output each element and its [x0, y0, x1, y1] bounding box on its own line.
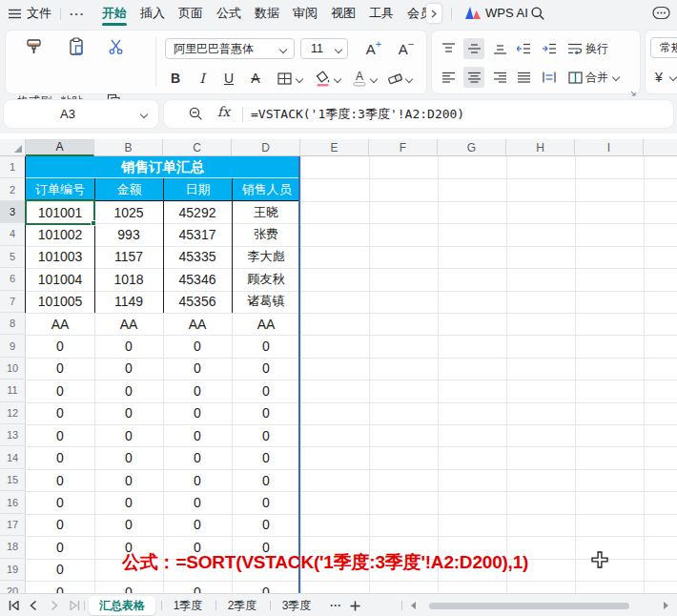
scroll-left-icon[interactable] [411, 602, 416, 609]
cell[interactable]: 0 [163, 491, 232, 513]
column-header-partial[interactable] [644, 139, 677, 156]
cell[interactable]: 0 [163, 469, 232, 491]
row-header-19[interactable]: 19 [0, 559, 26, 581]
row-header-1[interactable]: 1 [0, 156, 26, 178]
cell[interactable]: 0 [26, 424, 94, 446]
cell[interactable]: 0 [26, 402, 94, 424]
row-header-7[interactable]: 7 [0, 291, 26, 313]
cell[interactable]: 101002 [26, 223, 94, 245]
cell[interactable]: 张费 [232, 223, 300, 245]
fill-handle[interactable] [91, 220, 96, 226]
cell[interactable]: 45346 [163, 268, 232, 290]
next-sheet-button[interactable] [48, 599, 61, 612]
cell[interactable]: 0 [26, 335, 94, 357]
table-header-cell[interactable]: 日期 [163, 178, 232, 200]
cell[interactable]: 0 [232, 469, 300, 491]
previous-sheet-button[interactable] [27, 599, 40, 612]
cell[interactable]: 0 [26, 491, 94, 513]
column-header-B[interactable]: B [94, 139, 163, 156]
sheet-tab-q3[interactable]: 3季度 [273, 594, 320, 616]
select-all-button[interactable] [0, 139, 26, 156]
cell[interactable]: AA [94, 313, 163, 335]
cell[interactable]: 0 [232, 380, 300, 401]
column-header-A[interactable]: A [26, 139, 94, 156]
cell[interactable]: 0 [94, 446, 163, 468]
cell[interactable]: 101003 [26, 246, 94, 268]
cell[interactable]: 45335 [163, 246, 232, 268]
sheet-tab-q1[interactable]: 1季度 [164, 594, 212, 616]
table-header-cell[interactable]: 销售人员 [232, 178, 300, 200]
cell[interactable]: 顾友秋 [232, 268, 300, 290]
row-header-13[interactable]: 13 [0, 424, 26, 446]
cell[interactable]: 0 [26, 536, 94, 558]
row-header-15[interactable]: 15 [0, 469, 26, 491]
cell[interactable]: 0 [232, 402, 300, 424]
cell[interactable]: 0 [26, 358, 94, 380]
cell[interactable]: 0 [26, 559, 94, 581]
cell[interactable]: 0 [94, 402, 163, 424]
sheet-tab-q2[interactable]: 2季度 [218, 594, 266, 616]
row-header-18[interactable]: 18 [0, 536, 26, 558]
row-header-11[interactable]: 11 [0, 380, 26, 401]
cell[interactable]: 0 [26, 514, 94, 536]
cell[interactable]: 45317 [163, 223, 232, 245]
cell[interactable]: 101005 [26, 291, 94, 313]
cell[interactable]: 0 [94, 424, 163, 446]
horizontal-scrollbar-thumb[interactable] [429, 603, 629, 609]
cell[interactable]: 0 [163, 446, 232, 468]
cell[interactable]: 45292 [163, 201, 232, 223]
column-header-E[interactable]: E [300, 139, 369, 156]
scroll-right-icon[interactable] [664, 602, 668, 609]
cell[interactable]: 王晓 [232, 201, 300, 223]
row-header-14[interactable]: 14 [0, 446, 26, 468]
cell[interactable]: 1157 [94, 246, 163, 268]
more-sheets-button[interactable]: ··· [324, 594, 347, 616]
column-header-D[interactable]: D [232, 139, 300, 156]
cell[interactable]: 0 [94, 335, 163, 357]
cell[interactable]: 0 [94, 469, 163, 491]
cell[interactable]: 0 [232, 491, 300, 513]
cell[interactable]: 0 [163, 402, 232, 424]
cell[interactable]: 0 [232, 424, 300, 446]
cell[interactable]: 0 [94, 514, 163, 536]
add-sheet-button[interactable] [347, 599, 362, 612]
cell[interactable]: 0 [163, 335, 232, 357]
cell[interactable]: 0 [163, 380, 232, 401]
row-header-4[interactable]: 4 [0, 223, 26, 245]
table-header-cell[interactable]: 金额 [94, 178, 163, 200]
cell[interactable]: 0 [163, 358, 232, 380]
row-header-9[interactable]: 9 [0, 335, 26, 357]
sheet-tab-summary[interactable]: 汇总表格 [89, 596, 155, 615]
cell[interactable]: 0 [232, 446, 300, 468]
cell[interactable]: 0 [232, 358, 300, 380]
table-title-cell[interactable]: 销售订单汇总 [26, 156, 299, 178]
cell[interactable]: 0 [26, 446, 94, 468]
cell[interactable]: AA [26, 313, 94, 335]
row-header-8[interactable]: 8 [0, 313, 26, 335]
row-header-5[interactable]: 5 [0, 246, 26, 268]
cell[interactable]: 0 [94, 491, 163, 513]
row-header-6[interactable]: 6 [0, 268, 26, 290]
cell[interactable]: 101004 [26, 268, 94, 290]
cell[interactable]: 1149 [94, 291, 163, 313]
cell[interactable]: AA [232, 313, 300, 335]
last-sheet-button[interactable] [67, 599, 82, 612]
row-header-12[interactable]: 12 [0, 402, 26, 424]
cell[interactable]: 0 [163, 424, 232, 446]
cell[interactable]: 993 [94, 223, 163, 245]
cell[interactable]: 0 [94, 380, 163, 401]
table-header-cell[interactable]: 订单编号 [26, 178, 94, 200]
column-header-F[interactable]: F [369, 139, 438, 156]
cell[interactable]: 45356 [163, 291, 232, 313]
row-header-2[interactable]: 2 [0, 178, 26, 200]
cell[interactable]: 0 [26, 469, 94, 491]
column-header-H[interactable]: H [506, 139, 575, 156]
row-header-3[interactable]: 3 [0, 201, 26, 223]
row-header-16[interactable]: 16 [0, 491, 26, 513]
cell[interactable]: 1025 [94, 201, 163, 223]
column-header-G[interactable]: G [438, 139, 506, 156]
column-header-C[interactable]: C [163, 139, 232, 156]
cell[interactable]: 0 [26, 380, 94, 401]
cell[interactable]: 1018 [94, 268, 163, 290]
cell[interactable]: 0 [163, 514, 232, 536]
